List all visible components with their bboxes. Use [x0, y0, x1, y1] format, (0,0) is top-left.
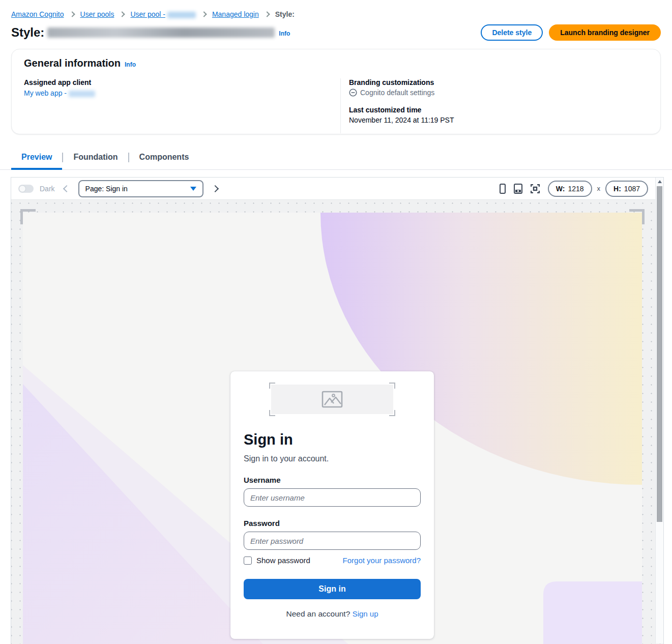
username-label: Username: [244, 476, 421, 484]
branding-customizations-label: Branding customizations: [349, 78, 648, 86]
image-placeholder-icon: [322, 391, 343, 408]
assigned-app-client-link[interactable]: My web app -: [24, 89, 95, 97]
page-title: Style:: [11, 25, 278, 40]
width-value: 1218: [568, 185, 583, 193]
breadcrumb-current: Style:: [275, 10, 295, 18]
chevron-right-icon: [120, 11, 125, 17]
fullscreen-icon[interactable]: [531, 184, 540, 193]
redacted-app-client-id: [69, 91, 95, 97]
signup-link[interactable]: Sign up: [353, 609, 378, 618]
next-page-button[interactable]: [211, 185, 218, 192]
placeholder-corner: [389, 410, 395, 416]
managed-login-preview: Sign in Sign in to your account. Usernam…: [23, 213, 642, 644]
viewport-corner-marker: [629, 209, 645, 224]
preview-toolbar: Dark Page: Sign in W: 1218 x H: 1087: [11, 178, 663, 200]
signin-button[interactable]: Sign in: [244, 579, 421, 599]
caret-down-icon: [190, 187, 196, 191]
tab-preview[interactable]: Preview: [11, 150, 62, 170]
chevron-right-icon: [201, 11, 207, 17]
phone-view-button[interactable]: [500, 184, 506, 194]
password-input[interactable]: [244, 532, 421, 550]
preview-panel: Dark Page: Sign in W: 1218 x H: 1087: [11, 177, 664, 644]
previous-page-button[interactable]: [63, 185, 70, 192]
placeholder-corner: [269, 383, 275, 389]
height-value: 1087: [624, 185, 640, 193]
chevron-right-icon: [264, 11, 270, 17]
forgot-password-link[interactable]: Forgot your password?: [343, 556, 421, 565]
launch-branding-designer-button[interactable]: Launch branding designer: [549, 24, 661, 41]
redacted-style-id: [47, 27, 275, 38]
breadcrumb-link-managed-login[interactable]: Managed login: [212, 10, 259, 18]
delete-style-button[interactable]: Delete style: [481, 24, 543, 41]
username-input[interactable]: [244, 488, 421, 507]
breadcrumb-link-user-pools[interactable]: User pools: [80, 10, 114, 18]
page-select[interactable]: Page: Sign in: [78, 180, 203, 197]
scrollbar-thumb[interactable]: [657, 186, 662, 522]
logo-placeholder: [271, 385, 393, 414]
preview-scrollbar[interactable]: [655, 178, 663, 643]
preview-canvas: Sign in Sign in to your account. Usernam…: [11, 200, 663, 644]
password-label: Password: [244, 519, 421, 528]
breadcrumb-link-amazon-cognito[interactable]: Amazon Cognito: [11, 10, 64, 18]
dimensions-separator: x: [597, 185, 601, 192]
toggle-knob: [19, 186, 25, 192]
breadcrumb-link-user-pool[interactable]: User pool -: [130, 10, 195, 18]
branding-customizations-value: Cognito default settings: [360, 89, 434, 97]
signin-subheading: Sign in to your account.: [244, 454, 421, 463]
tab-bar: Preview Foundation Components: [0, 150, 672, 170]
width-input[interactable]: W: 1218: [548, 181, 592, 197]
page-header: Style: Info Delete style Launch branding…: [11, 24, 661, 41]
signup-prompt-text: Need an account?: [286, 609, 350, 618]
height-label: H:: [613, 185, 621, 193]
show-password-label: Show password: [256, 556, 310, 565]
scrollbar-up-arrow[interactable]: [656, 178, 663, 186]
page-select-value: Page: Sign in: [85, 185, 128, 193]
last-customized-value: November 11, 2024 at 11:19 PST: [349, 116, 648, 124]
general-information-info-link[interactable]: Info: [125, 61, 136, 68]
height-input[interactable]: H: 1087: [605, 181, 648, 197]
placeholder-corner: [269, 410, 275, 416]
assigned-app-client-label: Assigned app client: [24, 78, 340, 86]
minus-circle-icon: [349, 89, 357, 97]
placeholder-corner: [389, 383, 395, 389]
chevron-right-icon: [69, 11, 75, 17]
redacted-user-pool-name: [167, 12, 196, 18]
signin-form: Sign in Sign in to your account. Usernam…: [230, 371, 434, 639]
style-info-link[interactable]: Info: [279, 30, 290, 37]
dark-mode-label: Dark: [40, 185, 55, 193]
tab-foundation[interactable]: Foundation: [63, 150, 128, 170]
signin-heading: Sign in: [244, 431, 421, 448]
general-information-card: General information Info Assigned app cl…: [11, 49, 661, 134]
viewport-corner-marker: [20, 209, 36, 224]
width-label: W:: [556, 185, 565, 193]
general-information-title: General information: [24, 57, 121, 69]
dark-mode-toggle[interactable]: [18, 185, 34, 193]
show-password-checkbox[interactable]: [244, 557, 252, 565]
tab-components[interactable]: Components: [129, 150, 199, 170]
last-customized-label: Last customized time: [349, 106, 648, 114]
tablet-view-button[interactable]: [514, 184, 522, 194]
breadcrumb: Amazon Cognito User pools User pool - Ma…: [11, 10, 661, 18]
